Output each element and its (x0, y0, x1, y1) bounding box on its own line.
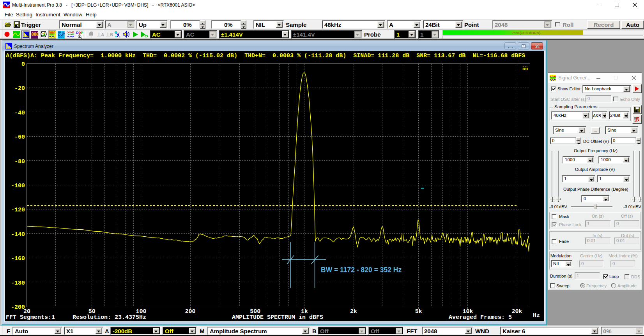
svg-text:-100: -100 (11, 183, 25, 189)
svg-text:200: 200 (185, 308, 195, 315)
svg-text:AMPLITUDE SPECTRUM in dBFS: AMPLITUDE SPECTRUM in dBFS (232, 314, 323, 321)
svg-text:Resolution: 23.4375Hz: Resolution: 23.4375Hz (73, 314, 146, 321)
svg-text:-20: -20 (14, 85, 25, 92)
svg-text:BW = 1172 - 820 = 352 Hz: BW = 1172 - 820 = 352 Hz (321, 266, 402, 274)
svg-text:20k: 20k (511, 308, 522, 315)
svg-text:-60: -60 (14, 134, 25, 141)
svg-text:-80: -80 (14, 158, 25, 165)
svg-text:-180: -180 (11, 280, 25, 287)
svg-text:-40: -40 (14, 110, 25, 116)
svg-text:DUT: DUT (58, 33, 65, 37)
svg-text:Hz: Hz (533, 312, 540, 319)
svg-text:P: P (81, 31, 83, 35)
svg-text:2k: 2k (350, 308, 357, 315)
svg-text:-140: -140 (11, 231, 25, 238)
svg-text:5k: 5k (415, 308, 422, 315)
svg-text:-200: -200 (11, 304, 25, 311)
svg-text:-120: -120 (11, 207, 25, 213)
svg-text:Averaged Frames: 5: Averaged Frames: 5 (449, 314, 512, 321)
svg-text:0: 0 (21, 61, 25, 68)
svg-text:-160: -160 (11, 255, 25, 262)
svg-text:FFT Segments:1: FFT Segments:1 (6, 314, 55, 321)
svg-text:A(dBFS)A: Peak Frequency= 1.0: A(dBFS)A: Peak Frequency= 1.0000 kHz THD… (6, 53, 525, 59)
